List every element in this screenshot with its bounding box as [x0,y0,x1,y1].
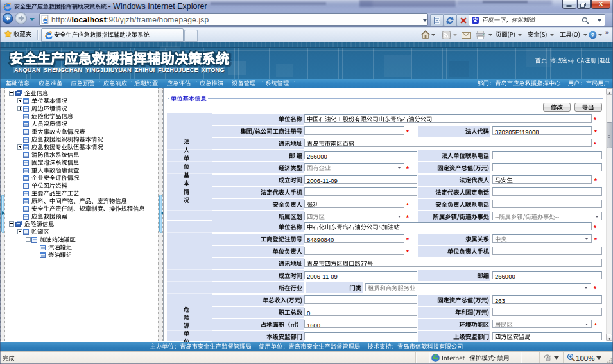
svg-text:?: ? [591,32,595,39]
